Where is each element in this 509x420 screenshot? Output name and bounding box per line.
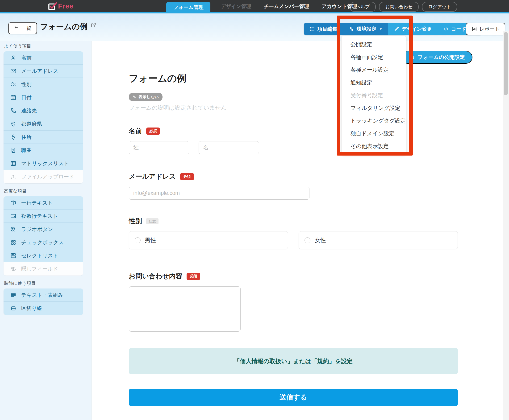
tab-design-management[interactable]: デザイン管理 [218, 0, 253, 14]
users-icon [10, 81, 16, 87]
last-name-input[interactable] [129, 141, 189, 154]
privacy-terms-notice[interactable]: 「個人情報の取扱い」または「規約」を設定 [129, 348, 458, 374]
sidebar-item-label: ラジオボタン [21, 226, 53, 233]
tab-team-member-management[interactable]: チームメンバー管理 [261, 0, 311, 14]
inquiry-field-label: お問い合わせ内容 [129, 272, 182, 281]
first-name-input[interactable] [199, 141, 259, 154]
sidebar-item-contact[interactable]: 連絡先 [4, 104, 83, 117]
sidebar-item-label: 隠しフィールド [21, 265, 58, 272]
form-publish-settings-button[interactable]: フォームの公開設定 [401, 51, 472, 64]
sidebar-item-label: 名前 [21, 54, 32, 61]
contact-button[interactable]: お問い合わせ [379, 2, 419, 12]
list-edit-icon [309, 26, 315, 32]
menu-item-filtering-settings[interactable]: フィルタリング設定 [341, 102, 406, 114]
divider-icon [10, 305, 16, 312]
sidebar-section-title: 高度な項目 [4, 188, 83, 194]
top-navigation-bar: Free フォーム管理 デザイン管理 チームメンバー管理 アカウント管理 ヘルプ… [0, 0, 509, 12]
form-mode-toolbar: 項目編集 環境設定 ▼ デザイン変更 コード表示 [304, 23, 482, 35]
radio-icon [10, 226, 16, 232]
radio-button-icon[interactable] [304, 237, 310, 243]
back-to-list-button[interactable]: 一覧 [8, 22, 37, 34]
sidebar-item-checkbox[interactable]: チェックボックス [4, 236, 83, 249]
form-description-placeholder: フォームの説明は設定されていません [129, 104, 458, 112]
menu-item-other-display-settings[interactable]: その他表示設定 [341, 140, 406, 152]
upload-icon [10, 174, 16, 180]
sidebar-item-label: チェックボックス [21, 239, 64, 246]
logo-text: Free [58, 2, 73, 10]
scrollbar-track[interactable] [503, 31, 509, 420]
sidebar-item-file-upload: ファイルアップロード [4, 170, 83, 183]
gender-option-female[interactable]: 女性 [299, 231, 458, 249]
top-nav-tabs: フォーム管理 デザイン管理 チームメンバー管理 アカウント管理 [166, 0, 359, 14]
tab-account-management[interactable]: アカウント管理 [319, 0, 359, 14]
menu-item-publish-settings[interactable]: 公開設定 [341, 38, 406, 51]
environment-settings-button[interactable]: 環境設定 ▼ [343, 23, 388, 35]
gender-option-label: 女性 [315, 236, 326, 244]
logout-button[interactable]: ログアウト [422, 2, 457, 12]
name-field-label: 名前 [129, 127, 142, 135]
sidebar-item-label: 区切り線 [21, 305, 42, 312]
hidden-badge-label: 表示しない [139, 94, 159, 100]
report-button[interactable]: レポート [466, 23, 505, 35]
form-title: フォームの例 [129, 72, 458, 85]
sidebar-item-address[interactable]: 住所 [4, 131, 83, 144]
inquiry-textarea[interactable] [129, 286, 241, 332]
menu-item-tracking-tag-settings[interactable]: トラッキングタグ設定 [341, 114, 406, 127]
mail-icon [10, 68, 16, 74]
sidebar-group-advanced: 一行テキスト 複数行テキスト ラジオボタン チェックボックス セレクトリスト 隠… [4, 196, 83, 276]
gender-option-male[interactable]: 男性 [129, 231, 288, 249]
sliders-icon [349, 26, 354, 32]
form-header-bar: 一覧 フォームの例 項目編集 環境設定 ▼ デザイン変更 コード表示 レポート [0, 14, 509, 41]
sidebar-item-matrix-list[interactable]: マトリックスリスト [4, 157, 83, 170]
sidebar-item-select-list[interactable]: セレクトリスト [4, 249, 83, 262]
sidebar-item-date[interactable]: 19 日付 [4, 91, 83, 104]
map-pin-icon [10, 121, 16, 127]
topbar-accent-strip [0, 12, 509, 14]
sidebar-item-single-line-text[interactable]: 一行テキスト [4, 196, 83, 210]
sidebar-item-email[interactable]: メールアドレス [4, 65, 83, 78]
edit-items-label: 項目編集 [317, 26, 337, 32]
sidebar-item-gender[interactable]: 性別 [4, 78, 83, 91]
edit-items-button[interactable]: 項目編集 [304, 23, 343, 35]
sidebar-item-multi-line-text[interactable]: 複数行テキスト [4, 210, 83, 223]
sidebar-section-title: 装飾に使う項目 [4, 280, 83, 286]
menu-item-custom-domain-settings[interactable]: 独自ドメイン設定 [341, 127, 406, 140]
menu-item-mail-settings[interactable]: 各種メール設定 [341, 63, 406, 76]
sidebar-item-hidden-field: 隠しフィールド [4, 262, 83, 276]
report-chart-icon [471, 26, 477, 32]
logo-checkbox-icon [47, 1, 58, 11]
hidden-badge: 表示しない [129, 93, 162, 101]
sidebar-item-prefecture[interactable]: 都道府県 [4, 117, 83, 131]
sidebar-item-name[interactable]: 名前 [4, 51, 83, 65]
textarea-icon [10, 213, 16, 219]
submit-button[interactable]: 送信する [129, 389, 458, 406]
sidebar-item-label: メールアドレス [21, 68, 58, 75]
sidebar-item-label: 一行テキスト [21, 199, 53, 206]
sidebar-item-label: 都道府県 [21, 120, 42, 128]
sidebar-item-label: 複数行テキスト [21, 213, 58, 220]
email-input[interactable] [129, 187, 309, 200]
sidebar-item-occupation[interactable]: 職業 [4, 144, 83, 157]
radio-button-icon[interactable] [135, 237, 141, 243]
email-field-label: メールアドレス [129, 172, 176, 181]
field-palette-sidebar: よく使う項目 名前 メールアドレス 性別 19 日付 連絡先 都道府県 住所 [4, 43, 83, 320]
sidebar-item-label: 性別 [21, 81, 32, 88]
scrollbar-thumb[interactable] [504, 32, 508, 95]
text-rows-icon [10, 292, 16, 298]
required-badge: 必須 [180, 173, 194, 180]
sidebar-item-radio-button[interactable]: ラジオボタン [4, 223, 83, 236]
sidebar-item-text-table[interactable]: テキスト・表組み [4, 288, 83, 302]
eye-off-icon [132, 95, 137, 99]
privacy-terms-notice-label: 「個人情報の取扱い」または「規約」を設定 [234, 357, 353, 365]
design-change-button[interactable]: デザイン変更 [388, 23, 438, 35]
calendar-icon: 19 [10, 94, 16, 101]
external-link-icon[interactable] [90, 22, 96, 28]
report-label: レポート [479, 26, 500, 32]
sidebar-item-divider[interactable]: 区切り線 [4, 302, 83, 315]
grid-icon [10, 160, 16, 167]
form-publish-settings-label: フォームの公開設定 [418, 54, 465, 61]
menu-item-notification-settings[interactable]: 通知設定 [341, 76, 406, 89]
chevron-down-icon: ▼ [379, 27, 382, 31]
person-pin-icon [10, 134, 16, 140]
menu-item-screen-settings[interactable]: 各種画面設定 [341, 51, 406, 63]
